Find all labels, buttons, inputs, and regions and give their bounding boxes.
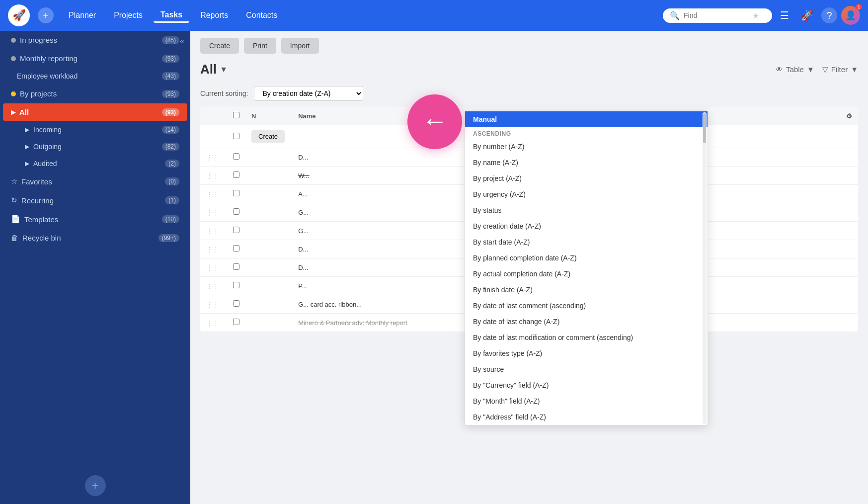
sidebar-add-button[interactable]: + bbox=[85, 475, 106, 496]
import-button[interactable]: Import bbox=[281, 38, 319, 54]
back-arrow-button[interactable]: ← bbox=[407, 94, 462, 149]
row-checkbox[interactable] bbox=[233, 282, 239, 288]
dropdown-item-manual[interactable]: Manual bbox=[465, 111, 708, 127]
templates-icon: 📄 bbox=[11, 215, 20, 224]
row-checkbox[interactable] bbox=[233, 171, 239, 178]
sidebar-item-recurring[interactable]: ↻ Recurring (1) bbox=[3, 191, 187, 209]
inprogress-dot bbox=[11, 38, 16, 43]
nav-tasks[interactable]: Tasks bbox=[154, 8, 189, 23]
nav-contacts[interactable]: Contacts bbox=[239, 9, 284, 22]
recyclebin-icon: 🗑 bbox=[11, 234, 18, 242]
dropdown-item-bystartdate[interactable]: By start date (A-Z) bbox=[465, 234, 708, 250]
view-control-table[interactable]: 👁 Table ▼ bbox=[776, 65, 814, 74]
search-box[interactable]: 🔍 ★ bbox=[663, 8, 772, 23]
sidebar-item-audited[interactable]: ▶ Audited (2) bbox=[3, 156, 187, 171]
drag-handle[interactable]: ⋮⋮ bbox=[206, 319, 219, 327]
row-checkbox[interactable] bbox=[233, 153, 239, 160]
row-checkbox[interactable] bbox=[233, 263, 239, 270]
row-checkbox[interactable] bbox=[233, 227, 239, 233]
col-number: N bbox=[245, 107, 292, 125]
sidebar-badge-incoming: (14) bbox=[162, 126, 179, 134]
drag-handle[interactable]: ⋮⋮ bbox=[206, 264, 219, 271]
sidebar-item-favorites[interactable]: ☆ Favorites (0) bbox=[3, 172, 187, 190]
drag-handle[interactable]: ⋮⋮ bbox=[206, 246, 219, 253]
row-checkbox[interactable] bbox=[233, 190, 239, 196]
sidebar-label-inprogress: In progress bbox=[20, 36, 57, 44]
dropdown-item-bycreationdate[interactable]: By creation date (A-Z) bbox=[465, 218, 708, 234]
dropdown-item-bynumber[interactable]: By number (A-Z) bbox=[465, 139, 708, 155]
sidebar-item-employee[interactable]: Employee workload (43) bbox=[3, 68, 187, 84]
drag-handle[interactable]: ⋮⋮ bbox=[206, 227, 219, 235]
view-title-text: All bbox=[200, 62, 217, 77]
help-icon[interactable]: ? bbox=[821, 7, 837, 23]
dropdown-item-bylastmodification[interactable]: By date of last modification or comment … bbox=[465, 330, 708, 345]
add-button[interactable]: + bbox=[38, 7, 54, 23]
dropdown-item-bycurrencyfield[interactable]: By "Currency" field (A-Z) bbox=[465, 377, 708, 393]
task-number bbox=[245, 277, 292, 295]
star-icon[interactable]: ★ bbox=[752, 11, 759, 20]
dropdown-item-bysource[interactable]: By source bbox=[465, 361, 708, 377]
sidebar-item-recyclebin[interactable]: 🗑 Recycle bin (99+) bbox=[3, 229, 187, 247]
dropdown-item-bylastcomment[interactable]: By date of last comment (ascending) bbox=[465, 298, 708, 314]
dropdown-item-byfinishdate[interactable]: By finish date (A-Z) bbox=[465, 282, 708, 298]
sidebar-badge-byprojects: (93) bbox=[162, 90, 179, 98]
dropdown-item-byfavoritestype[interactable]: By favorites type (A-Z) bbox=[465, 345, 708, 361]
avatar[interactable]: 👤 1 bbox=[841, 6, 860, 25]
toolbar: Create Print Import bbox=[190, 31, 868, 59]
row-checkbox[interactable] bbox=[233, 300, 239, 307]
dropdown-item-byplannedcompletion[interactable]: By planned completion date (A-Z) bbox=[465, 250, 708, 266]
nav-planner[interactable]: Planner bbox=[62, 9, 103, 22]
menu-icon[interactable]: ☰ bbox=[776, 7, 793, 23]
sidebar-label-byprojects: By projects bbox=[20, 89, 57, 98]
sidebar-label-incoming: Incoming bbox=[33, 126, 62, 134]
sidebar-item-inprogress[interactable]: In progress (85) bbox=[3, 31, 187, 49]
select-all-checkbox[interactable] bbox=[233, 112, 239, 118]
print-button[interactable]: Print bbox=[244, 38, 276, 54]
nav-reports[interactable]: Reports bbox=[193, 9, 235, 22]
dropdown-scrollbar[interactable] bbox=[703, 112, 707, 424]
row-checkbox[interactable] bbox=[233, 245, 239, 252]
sidebar-item-templates[interactable]: 📄 Templates (10) bbox=[3, 210, 187, 228]
dropdown-item-byproject[interactable]: By project (A-Z) bbox=[465, 170, 708, 186]
sidebar-collapse-button[interactable]: « bbox=[180, 37, 184, 46]
col-settings[interactable]: ⚙ bbox=[840, 107, 858, 125]
dropdown-item-byurgency[interactable]: By urgency (A-Z) bbox=[465, 186, 708, 202]
drag-handle[interactable]: ⋮⋮ bbox=[206, 154, 219, 161]
dropdown-item-byname[interactable]: By name (A-Z) bbox=[465, 155, 708, 170]
search-input[interactable] bbox=[684, 11, 748, 19]
row-checkbox[interactable] bbox=[233, 208, 239, 215]
app-logo[interactable]: 🚀 bbox=[8, 4, 30, 26]
view-control-filter[interactable]: ▽ Filter ▼ bbox=[822, 65, 858, 74]
row-checkbox[interactable] bbox=[233, 319, 239, 325]
sidebar-item-incoming[interactable]: ▶ Incoming (14) bbox=[3, 122, 187, 138]
task-number bbox=[245, 148, 292, 167]
sorting-select[interactable]: By creation date (Z-A) bbox=[254, 86, 363, 101]
task-number bbox=[245, 222, 292, 240]
view-header: All ▼ 👁 Table ▼ ▽ Filter ▼ bbox=[190, 59, 868, 82]
drag-handle[interactable]: ⋮⋮ bbox=[206, 209, 219, 216]
dropdown-item-byaddressfield[interactable]: By "Address" field (A-Z) bbox=[465, 409, 708, 425]
nav-projects[interactable]: Projects bbox=[107, 9, 150, 22]
eye-icon: 👁 bbox=[776, 65, 783, 74]
sidebar-item-monthly[interactable]: Monthly reporting (93) bbox=[3, 50, 187, 67]
row-checkbox[interactable] bbox=[233, 133, 239, 139]
dropdown-item-bystatus[interactable]: By status bbox=[465, 202, 708, 218]
drag-handle[interactable]: ⋮⋮ bbox=[206, 190, 219, 198]
drag-handle[interactable]: ⋮⋮ bbox=[206, 282, 219, 290]
inline-create-button[interactable]: Create bbox=[251, 130, 285, 143]
col-checkbox bbox=[227, 107, 245, 125]
drag-handle[interactable]: ⋮⋮ bbox=[206, 172, 219, 179]
dropdown-item-bymonthfield[interactable]: By "Month" field (A-Z) bbox=[465, 393, 708, 409]
drag-handle[interactable]: ⋮⋮ bbox=[206, 301, 219, 308]
sidebar-item-all[interactable]: ▶ All (93) bbox=[3, 103, 187, 121]
view-title-dropdown-icon[interactable]: ▼ bbox=[220, 65, 228, 74]
top-navigation: 🚀 + Planner Projects Tasks Reports Conta… bbox=[0, 0, 868, 31]
create-button[interactable]: Create bbox=[200, 38, 239, 54]
dropdown-item-bylastchange[interactable]: By date of last change (A-Z) bbox=[465, 314, 708, 330]
sidebar-badge-inprogress: (85) bbox=[162, 36, 179, 44]
sidebar-item-outgoing[interactable]: ▶ Outgoing (82) bbox=[3, 139, 187, 155]
filter-label: Filter bbox=[831, 65, 848, 74]
sidebar-item-byprojects[interactable]: By projects (93) bbox=[3, 85, 187, 102]
dropdown-item-byactualcompletion[interactable]: By actual completion date (A-Z) bbox=[465, 266, 708, 282]
notifications-icon[interactable]: 🚀 bbox=[797, 7, 817, 23]
